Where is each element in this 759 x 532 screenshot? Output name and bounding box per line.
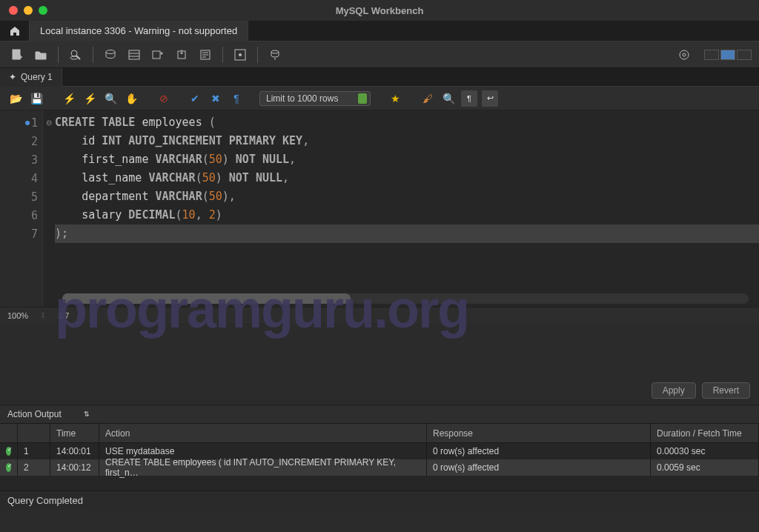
open-sql-file-icon[interactable] (31, 45, 50, 64)
svg-point-1 (71, 50, 77, 56)
beautify-icon[interactable]: 🖌 (420, 90, 436, 107)
editor-statusbar: 100% ⫱ 3:7 (0, 307, 759, 323)
col-time[interactable]: Time (50, 424, 99, 442)
query-tab-label: Query 1 (21, 72, 53, 82)
execute-icon[interactable]: ⚡ (61, 90, 77, 107)
minimize-window-icon[interactable] (24, 6, 33, 15)
svg-point-3 (106, 50, 115, 53)
col-action[interactable]: Action (99, 424, 427, 442)
status-icon[interactable] (125, 45, 144, 64)
output-table: Time Action Response Duration / Fetch Ti… (0, 424, 759, 476)
svg-point-9 (239, 53, 242, 56)
wrap-icon[interactable]: ↩ (482, 90, 498, 107)
output-type-select[interactable]: Action Output ⇅ (7, 409, 90, 419)
horizontal-scrollbar[interactable] (62, 293, 749, 304)
data-import-icon[interactable] (172, 45, 191, 64)
panel-toggle-group (704, 50, 752, 60)
server-logs-icon[interactable] (196, 45, 215, 64)
toggle-whitespace-icon[interactable]: ¶ (228, 90, 245, 107)
dropdown-icon: ⇅ (84, 410, 90, 418)
window-title: MySQL Workbench (336, 5, 424, 16)
svg-rect-4 (129, 50, 139, 59)
execute-current-icon[interactable]: ⚡ (82, 90, 98, 107)
dashboard-icon[interactable] (231, 45, 250, 64)
editor-toolbar: 📂 💾 ⚡ ⚡ 🔍 ✋ ⊘ ✔ ✖ ¶ Limit to 1000 rows ★… (0, 87, 759, 110)
svg-point-10 (271, 50, 279, 53)
find-icon[interactable]: 🔍 (440, 90, 457, 107)
panel-left-toggle[interactable] (704, 50, 719, 60)
save-file-icon[interactable]: 💾 (28, 90, 44, 107)
svg-point-11 (680, 50, 689, 59)
col-response[interactable]: Response (427, 424, 651, 442)
revert-button[interactable]: Revert (702, 382, 750, 399)
query-status-text: Query Completed (7, 495, 83, 506)
cursor-position: 3:7 (58, 311, 69, 320)
ok-icon (6, 463, 11, 472)
ok-icon (6, 447, 11, 456)
main-toolbar (0, 41, 759, 68)
code-area[interactable]: CREATE TABLE employees ( id INT AUTO_INC… (55, 110, 759, 307)
new-sql-tab-icon[interactable] (7, 45, 27, 64)
stop-icon[interactable]: ✋ (123, 90, 139, 107)
settings-icon[interactable] (675, 45, 694, 64)
open-file-icon[interactable]: 📂 (7, 90, 24, 107)
window-titlebar: MySQL Workbench (0, 0, 759, 21)
connection-tabbar: Local instance 3306 - Warning - not supp… (0, 21, 759, 41)
svg-rect-5 (153, 51, 160, 59)
fold-gutter: ⊖ (43, 110, 55, 307)
output-row[interactable]: 2 14:00:12 CREATE TABLE employees ( id I… (0, 459, 759, 476)
apply-button[interactable]: Apply (652, 382, 696, 399)
maximize-window-icon[interactable] (39, 6, 47, 15)
line-gutter: 1234567 (0, 110, 43, 307)
traffic-lights (0, 6, 47, 15)
svg-rect-0 (13, 50, 20, 59)
explain-icon[interactable]: 🔍 (102, 90, 119, 107)
home-tab[interactable] (0, 21, 30, 41)
output-panel-header: Action Output ⇅ (0, 405, 759, 424)
close-window-icon[interactable] (9, 6, 18, 15)
query-tab[interactable]: ✦ Query 1 (0, 68, 62, 87)
file-tabbar: ✦ Query 1 (0, 68, 759, 87)
divider-icon: ⫱ (42, 310, 44, 320)
svg-point-12 (683, 53, 686, 56)
result-pane: programguru.org Apply Revert (0, 323, 759, 405)
toggle-autocommit-icon[interactable]: ⊘ (156, 90, 172, 107)
reconnect-icon[interactable] (265, 45, 285, 64)
svg-point-2 (70, 56, 78, 59)
data-export-icon[interactable] (148, 45, 168, 64)
inspector-icon[interactable] (66, 45, 85, 64)
panel-bottom-toggle[interactable] (720, 50, 735, 60)
connection-tab[interactable]: Local instance 3306 - Warning - not supp… (30, 21, 248, 41)
commit-icon[interactable]: ✔ (187, 90, 203, 107)
col-duration[interactable]: Duration / Fetch Time (651, 424, 759, 442)
limit-rows-dropdown[interactable]: Limit to 1000 rows (259, 91, 371, 106)
zoom-level[interactable]: 100% (7, 311, 28, 320)
favorites-icon[interactable]: ★ (387, 90, 403, 107)
sql-editor[interactable]: 1234567 ⊖ CREATE TABLE employees ( id IN… (0, 110, 759, 307)
invisible-chars-icon[interactable]: ¶ (461, 90, 477, 107)
rollback-icon[interactable]: ✖ (208, 90, 224, 107)
lightning-icon: ✦ (9, 72, 16, 82)
users-icon[interactable] (101, 45, 120, 64)
panel-right-toggle[interactable] (737, 50, 752, 60)
query-status-bar: Query Completed (0, 491, 759, 510)
